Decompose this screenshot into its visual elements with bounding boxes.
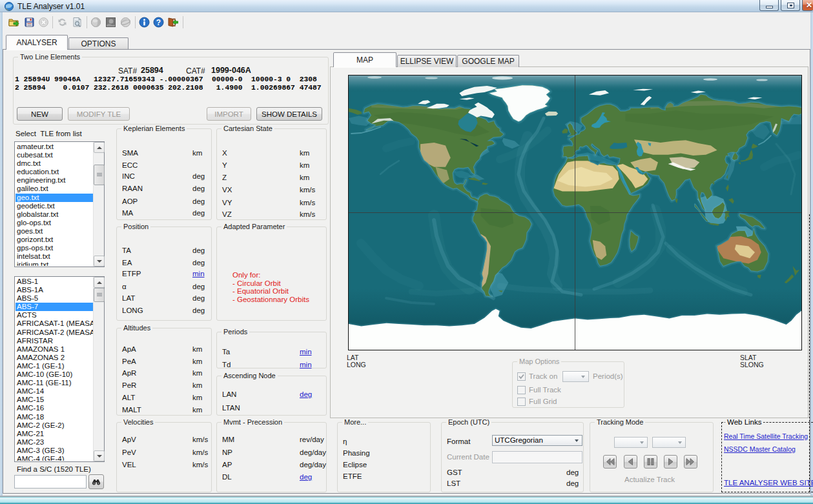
svg-text:?: ? [156,18,161,27]
